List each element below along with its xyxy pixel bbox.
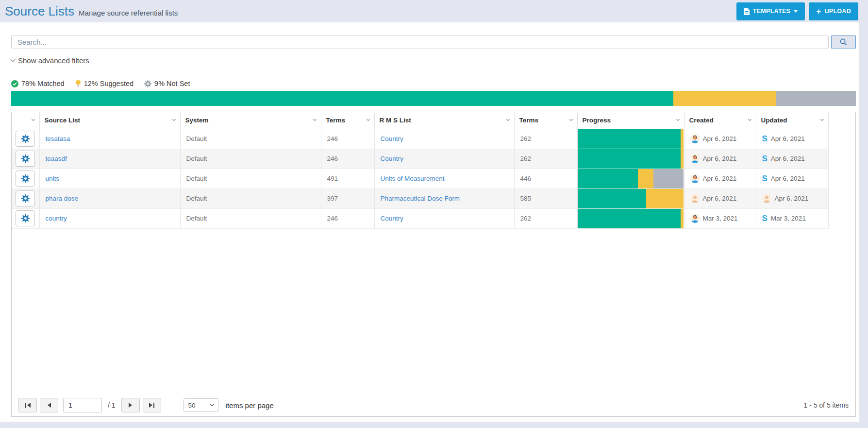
source-list-link[interactable]: country: [46, 215, 67, 222]
legend-not-set: 9% Not Set: [144, 80, 190, 87]
column-menu-chevron-icon[interactable]: [569, 118, 572, 121]
row-progress-bar: [578, 169, 684, 188]
s-logo-icon: S: [762, 214, 768, 223]
column-menu-chevron-icon[interactable]: [820, 118, 823, 121]
next-page-button[interactable]: [121, 398, 140, 412]
rms-list-link[interactable]: Country: [381, 135, 403, 142]
prev-page-icon: [48, 403, 51, 408]
items-per-page-label: items per page: [226, 401, 274, 410]
document-icon: [744, 8, 750, 15]
column-header-r-m-s-list-4: R M S List: [374, 112, 514, 129]
column-label: Terms: [326, 117, 346, 124]
avatar-headset-icon: [690, 134, 700, 143]
gear-icon: [21, 214, 30, 223]
last-page-button[interactable]: [143, 398, 161, 412]
header-actions: TEMPLATES + UPLOAD: [736, 2, 858, 20]
progress-cell: [577, 208, 684, 228]
row-settings-button[interactable]: [16, 190, 35, 206]
row-progress-bar: [578, 149, 684, 169]
source-list-link[interactable]: tesatasa: [46, 135, 70, 142]
source-list-link[interactable]: teaasdf: [46, 155, 67, 162]
updated-cell: SMar 3, 2021: [756, 208, 828, 228]
prev-page-button[interactable]: [40, 398, 58, 412]
terms-cell: 491: [321, 169, 374, 188]
row-actions-cell: [12, 129, 39, 149]
column-label: Progress: [583, 117, 611, 124]
terms-cell: 397: [321, 188, 374, 208]
page-size-select[interactable]: 50: [184, 398, 218, 412]
system-cell: Default: [180, 208, 321, 228]
column-menu-chevron-icon[interactable]: [748, 118, 751, 121]
source-list-cell: country: [39, 208, 180, 228]
created-cell: Mar 3, 2021: [684, 208, 756, 228]
search-input[interactable]: [11, 35, 829, 49]
page-title: Source Lists: [5, 4, 74, 19]
row-progress-bar: [578, 209, 684, 228]
source-list-link[interactable]: phara dose: [46, 195, 79, 202]
column-menu-chevron-icon[interactable]: [172, 118, 175, 121]
source-list-cell: teaasdf: [39, 149, 180, 169]
page-number-input[interactable]: [63, 398, 102, 412]
match-summary-legend: 78% Matched 12% Suggested 9% Not Set: [11, 80, 190, 87]
updated-date: Mar 3, 2021: [771, 215, 806, 222]
created-cell: Apr 6, 2021: [684, 188, 756, 208]
filler-cell: [828, 169, 855, 188]
avatar-headset-icon: [690, 214, 700, 223]
table-row: tesatasa Default 246 Country 262 Apr 6,: [12, 129, 855, 149]
row-settings-button[interactable]: [16, 210, 35, 226]
row-settings-button[interactable]: [16, 171, 35, 187]
overall-suggested-segment: [673, 91, 776, 106]
row-actions-cell: [12, 149, 39, 169]
s-logo-icon: S: [762, 174, 768, 183]
page-size-value: 50: [188, 402, 196, 409]
terms-cell: 246: [321, 129, 374, 149]
progress-matched-segment: [578, 189, 646, 208]
grid-header-row: Source List System Terms R M S List Term…: [12, 112, 855, 129]
column-menu-chevron-icon[interactable]: [676, 118, 679, 121]
column-menu-chevron-icon[interactable]: [313, 118, 316, 121]
created-cell: Apr 6, 2021: [684, 149, 756, 169]
column-label: Updated: [761, 117, 787, 124]
advanced-filters-toggle[interactable]: Show advanced filters: [11, 56, 89, 65]
row-settings-button[interactable]: [16, 151, 35, 167]
progress-suggested-segment: [638, 169, 653, 188]
avatar-headset-icon: [690, 174, 700, 183]
updated-date: Apr 6, 2021: [771, 175, 805, 182]
column-header-progress-6: Progress: [577, 112, 684, 129]
search-button[interactable]: [831, 35, 856, 49]
table-row: country Default 246 Country 262 Mar 3,: [12, 208, 855, 228]
progress-suggested-segment: [681, 209, 684, 228]
advanced-filters-label: Show advanced filters: [18, 56, 89, 65]
rms-list-link[interactable]: Units of Measurement: [381, 175, 445, 182]
rms-list-cell: Country: [374, 208, 514, 228]
progress-suggested-segment: [681, 129, 684, 149]
column-header-created-7: Created: [684, 112, 756, 129]
rms-list-link[interactable]: Country: [381, 215, 403, 222]
row-progress-bar: [578, 129, 684, 149]
upload-button[interactable]: + UPLOAD: [809, 2, 858, 20]
row-settings-button[interactable]: [16, 131, 35, 147]
legend-suggested: 12% Suggested: [75, 80, 134, 87]
source-list-cell: tesatasa: [39, 129, 180, 149]
column-header-filler: [828, 112, 855, 129]
rms-list-link[interactable]: Pharmaceutical Dose Form: [381, 195, 460, 202]
created-date: Mar 3, 2021: [703, 215, 738, 222]
overall-notset-segment: [776, 91, 856, 106]
column-menu-chevron-icon[interactable]: [366, 118, 369, 121]
templates-button[interactable]: TEMPLATES: [736, 2, 805, 20]
first-page-button[interactable]: [18, 398, 37, 412]
rms-terms-cell: 585: [514, 188, 577, 208]
column-menu-chevron-icon[interactable]: [506, 118, 509, 121]
rms-list-link[interactable]: Country: [381, 155, 403, 162]
not-set-label: 9% Not Set: [154, 80, 190, 87]
progress-matched-segment: [578, 149, 681, 169]
created-date: Apr 6, 2021: [703, 195, 737, 202]
column-header-system-2: System: [180, 112, 321, 129]
filler-cell: [828, 208, 855, 228]
column-header-updated-8: Updated: [756, 112, 828, 129]
source-list-link[interactable]: units: [46, 175, 60, 182]
page-header: Source Lists Manage source referential l…: [0, 0, 868, 22]
first-page-icon-arrow: [27, 403, 31, 408]
column-menu-chevron-icon[interactable]: [31, 118, 34, 121]
filler-cell: [828, 188, 855, 208]
